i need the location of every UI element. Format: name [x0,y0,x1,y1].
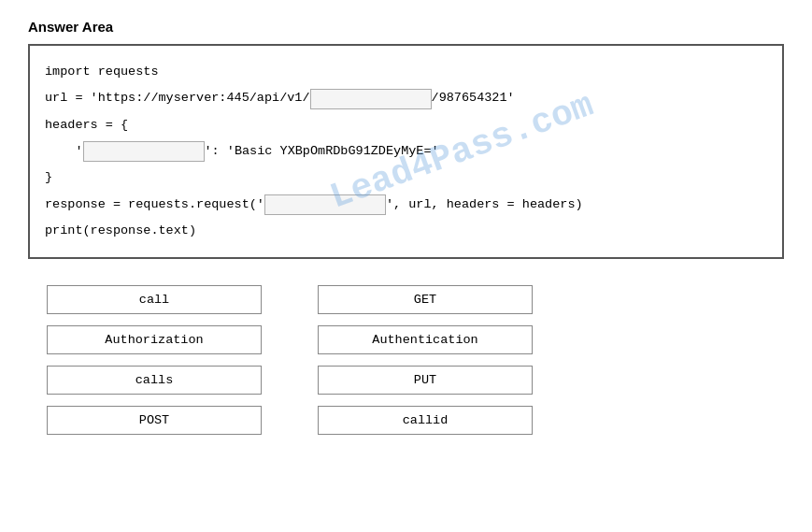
code-text: url = 'https://myserver:445/api/v1/ [45,85,310,111]
code-line-5: } [45,165,767,191]
code-text: print(response.text) [45,218,196,244]
code-text: /987654321' [432,85,515,111]
answer-area-title: Answer Area [28,19,784,35]
option-btn-GET[interactable]: GET [318,285,533,314]
code-text: headers = { [45,112,128,138]
options-area: callGETAuthorizationAuthenticationcallsP… [47,285,533,435]
code-text: ' [45,138,83,165]
option-btn-POST[interactable]: POST [47,406,262,435]
method-blank[interactable] [264,194,386,215]
option-btn-calls[interactable]: calls [47,366,262,395]
option-btn-PUT[interactable]: PUT [318,366,533,395]
code-line-4: '': 'Basic YXBpOmRDbG91ZDEyMyE=' [45,138,767,165]
option-btn-Authorization[interactable]: Authorization [47,325,262,354]
code-line-7: print(response.text) [45,218,767,244]
code-line-1: import requests [45,59,767,85]
option-btn-Authentication[interactable]: Authentication [318,325,533,354]
code-line-6: response = requests.request('', url, hea… [45,192,767,218]
code-text: } [45,165,52,191]
code-text: response = requests.request(' [45,192,264,218]
option-btn-call[interactable]: call [47,285,262,314]
code-line-3: headers = { [45,112,767,138]
option-btn-callid[interactable]: callid [318,406,533,435]
code-box: Lead4Pass.com import requests url = 'htt… [28,44,784,259]
code-text: import requests [45,59,159,85]
code-line-2: url = 'https://myserver:445/api/v1//9876… [45,85,767,111]
url-blank[interactable] [310,89,432,109]
code-text: ': 'Basic YXBpOmRDbG91ZDEyMyE=' [205,138,439,165]
header-blank[interactable] [83,141,205,162]
code-text: ', url, headers = headers) [386,192,583,218]
